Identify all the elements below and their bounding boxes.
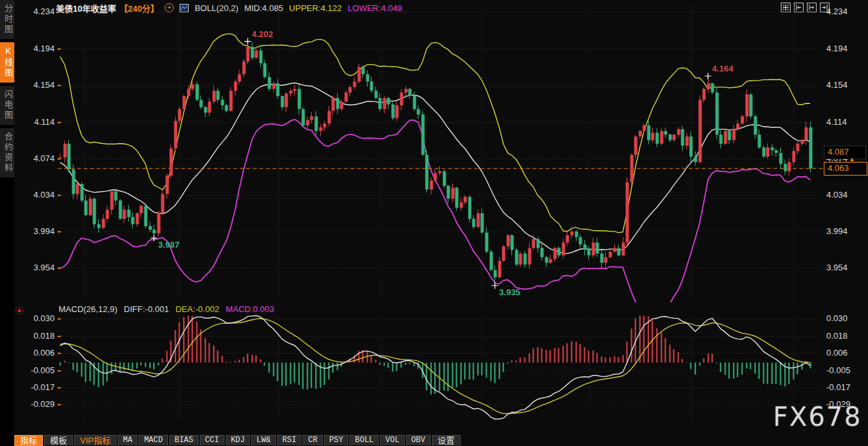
low-price-marker: 3.987 [158, 240, 180, 250]
macd-dea-value: DEA:-0.002 [176, 304, 219, 314]
high-price-marker: 4.164 [712, 64, 734, 73]
toolbar-button-LW&[interactable]: LW& [251, 435, 276, 446]
sidebar-item-flash-chart[interactable]: 闪电图 [0, 86, 14, 125]
macd-axis-label: -0.029 [16, 400, 55, 409]
price-box-close: 4.087 [824, 146, 866, 159]
indicator-settings-icon[interactable] [15, 306, 24, 318]
toolbar-button-BIAS[interactable]: BIAS [169, 435, 198, 446]
macd-axis-label: -0.017 [16, 383, 55, 392]
toolbar-button-CCI[interactable]: CCI [200, 435, 224, 446]
toolbar-button-KDJ[interactable]: KDJ [226, 435, 251, 446]
macd-axis-label: 0.018 [826, 332, 848, 341]
toolbar-button-PSY[interactable]: PSY [324, 435, 349, 446]
macd-diff-value: DIFF:-0.001 [124, 304, 169, 314]
toolbar-button-设置[interactable]: 设置 [432, 435, 461, 446]
price-axis-label: 3.994 [826, 227, 848, 236]
macd-axis-label: -0.005 [16, 366, 55, 375]
macd-axis-label: -0.005 [826, 366, 850, 375]
price-axis-label: 4.074 [16, 154, 55, 163]
macd-axis-label: 0.018 [16, 332, 55, 341]
price-axis-label: 4.114 [826, 118, 847, 127]
price-axis-label: 4.154 [16, 81, 55, 90]
sidebar-item-time-chart[interactable]: 分时图 [0, 0, 14, 39]
price-axis-label: 3.954 [826, 263, 848, 272]
toolbar-button-模板[interactable]: 模板 [44, 435, 73, 446]
toolbar-button-MA[interactable]: MA [118, 435, 137, 446]
main-price-chart[interactable] [57, 5, 824, 302]
price-axis-label: 4.234 [826, 7, 848, 16]
price-box-current: 4.063 [824, 162, 867, 176]
sidebar-item-contract-info[interactable]: 合约资料 [0, 128, 14, 177]
price-up-arrow-icon: ▲ [849, 156, 855, 163]
price-axis-label: 4.194 [16, 44, 55, 53]
price-axis-label: 4.114 [16, 118, 55, 127]
price-axis-label: 4.194 [826, 44, 848, 53]
macd-axis-label: 0.006 [826, 348, 848, 358]
macd-axis-label: -0.017 [826, 383, 850, 392]
app-root: 分时图 K线图 闪电图 合约资料 美债10年收益率 【240分】 + BOLL(… [0, 0, 868, 446]
toolbar-button-VOL[interactable]: VOL [380, 435, 405, 446]
sidebar: 分时图 K线图 闪电图 合约资料 [0, 0, 14, 446]
price-axis-label: 4.154 [826, 81, 848, 90]
low-price-marker: 3.935 [499, 287, 521, 297]
toolbar-button-CR[interactable]: CR [303, 435, 322, 446]
date-axis: 240分 ▲ 2025/10/13 15:00~19:00 一 09/1109/… [0, 421, 868, 434]
macd-header: MACD(26,12,9) DIFF:-0.001 DEA:-0.002 MAC… [59, 304, 274, 314]
macd-name: MACD(26,12,9) [59, 304, 117, 314]
sidebar-item-kline-chart[interactable]: K线图 [0, 42, 14, 83]
toolbar-button-BOLL[interactable]: BOLL [349, 435, 379, 446]
price-axis-label: 3.994 [16, 227, 55, 236]
toolbar-button-RSI[interactable]: RSI [277, 435, 302, 446]
macd-hist-value: MACD:0.003 [226, 304, 274, 314]
toolbar-button-指标[interactable]: 指标 [14, 435, 43, 446]
brand-watermark: FX678 [773, 402, 862, 432]
macd-indicator-chart[interactable] [57, 314, 824, 420]
high-price-marker: 4.202 [252, 29, 273, 39]
toolbar-button-VIP指标[interactable]: VIP指标 [74, 435, 116, 446]
macd-axis-label: 0.006 [16, 348, 55, 358]
indicator-toolbar: 指标模板VIP指标MAMACDBIASCCIKDJLW&RSICRPSYBOLL… [14, 435, 461, 446]
macd-axis-label: 0.030 [826, 314, 848, 323]
price-axis-label: 4.234 [16, 7, 55, 16]
price-axis-label: 4.034 [16, 190, 55, 200]
price-axis-label: 3.954 [16, 263, 55, 272]
toolbar-button-MACD[interactable]: MACD [139, 435, 168, 446]
toolbar-button-OBV[interactable]: OBV [406, 435, 431, 446]
price-axis-label: 4.034 [826, 190, 848, 200]
